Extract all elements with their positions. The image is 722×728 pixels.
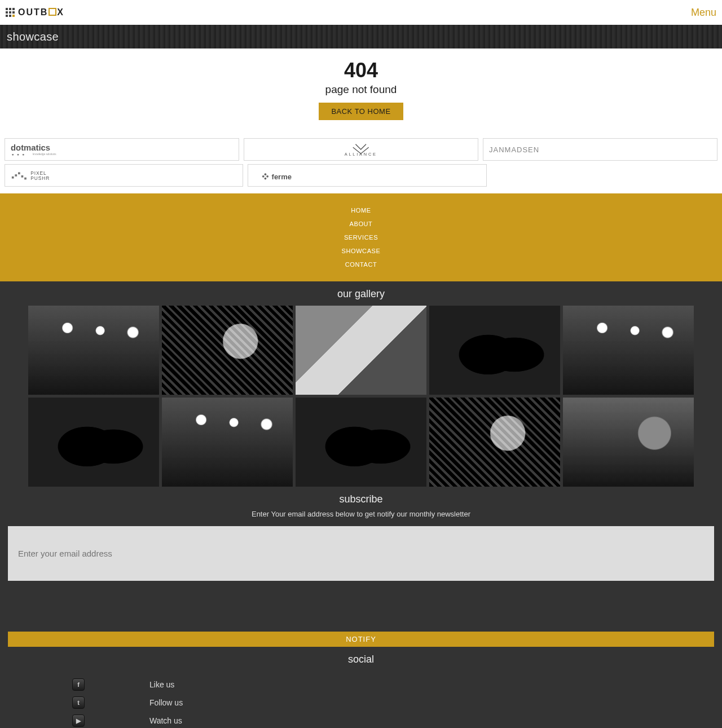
alliance-logo-icon: ALLIANCE bbox=[329, 142, 392, 157]
logo-grid-icon bbox=[6, 8, 15, 17]
brand-text: OUTBX bbox=[18, 7, 64, 17]
social-twitter[interactable]: t Follow us bbox=[72, 694, 722, 712]
gallery-thumb[interactable] bbox=[563, 306, 694, 395]
error-code: 404 bbox=[0, 59, 722, 82]
top-header: OUTBX Menu bbox=[0, 0, 722, 25]
nav-about[interactable]: ABOUT bbox=[0, 217, 722, 231]
svg-text:dotmatics: dotmatics bbox=[11, 143, 50, 152]
nav-home[interactable]: HOME bbox=[0, 204, 722, 217]
svg-rect-6 bbox=[12, 177, 14, 179]
twitter-icon: t bbox=[72, 696, 85, 709]
social-list: f Like us t Follow us ▶ Watch us bbox=[0, 671, 722, 728]
svg-point-2 bbox=[12, 154, 14, 156]
gallery-thumb[interactable] bbox=[429, 306, 560, 395]
social-youtube[interactable]: ▶ Watch us bbox=[72, 712, 722, 728]
gallery-grid bbox=[0, 306, 722, 487]
facebook-icon: f bbox=[72, 678, 85, 691]
page-banner: showcase bbox=[0, 25, 722, 48]
logo-box-icon bbox=[49, 8, 56, 16]
youtube-icon: ▶ bbox=[72, 714, 85, 727]
pixelpushr-logo-icon: PIXELPUSHR bbox=[11, 168, 84, 183]
error-message: page not found bbox=[0, 83, 722, 96]
svg-rect-8 bbox=[18, 172, 20, 174]
social-title: social bbox=[0, 647, 722, 671]
client-card-alliance[interactable]: ALLIANCE bbox=[244, 138, 478, 161]
svg-rect-10 bbox=[24, 178, 27, 180]
social-label: Follow us bbox=[149, 698, 183, 707]
footer-nav: HOME ABOUT SERVICES SHOWCASE CONTACT bbox=[0, 193, 722, 281]
gallery-thumb[interactable] bbox=[162, 398, 293, 487]
svg-point-14 bbox=[262, 175, 265, 178]
back-to-home-button[interactable]: BACK TO HOME bbox=[319, 103, 403, 120]
svg-rect-9 bbox=[21, 175, 24, 178]
svg-point-13 bbox=[265, 173, 267, 175]
svg-point-16 bbox=[265, 178, 267, 180]
social-facebook[interactable]: f Like us bbox=[72, 676, 722, 694]
svg-text:ferme: ferme bbox=[272, 173, 292, 181]
svg-text:PUSHR: PUSHR bbox=[30, 175, 50, 181]
janmadsen-logo-text: JANMADSEN bbox=[489, 145, 539, 154]
gallery-thumb[interactable] bbox=[162, 306, 293, 395]
nav-services[interactable]: SERVICES bbox=[0, 231, 722, 244]
ferme-logo-icon: ferme bbox=[254, 168, 316, 183]
gallery-thumb[interactable] bbox=[429, 398, 560, 487]
gallery-thumb[interactable] bbox=[563, 398, 694, 487]
nav-contact[interactable]: CONTACT bbox=[0, 258, 722, 271]
svg-point-3 bbox=[17, 154, 19, 156]
email-input[interactable] bbox=[8, 526, 714, 581]
menu-toggle[interactable]: Menu bbox=[691, 7, 716, 19]
gallery-thumb[interactable] bbox=[28, 398, 159, 487]
subscribe-desc: Enter Your email address below to get no… bbox=[0, 510, 722, 518]
brand-logo[interactable]: OUTBX bbox=[6, 7, 64, 17]
social-label: Watch us bbox=[149, 716, 182, 725]
social-label: Like us bbox=[149, 680, 174, 689]
client-card-dotmatics[interactable]: dotmaticsknowledge solutions bbox=[5, 138, 239, 161]
gallery-thumb[interactable] bbox=[28, 306, 159, 395]
client-card-pixelpushr[interactable]: PIXELPUSHR bbox=[5, 164, 243, 187]
clients-section: dotmaticsknowledge solutions ALLIANCE JA… bbox=[0, 134, 722, 193]
gallery-thumb[interactable] bbox=[296, 398, 426, 487]
svg-rect-7 bbox=[15, 174, 17, 177]
svg-point-4 bbox=[23, 154, 24, 156]
gallery-thumb[interactable] bbox=[296, 306, 426, 395]
client-card-ferme[interactable]: ferme bbox=[248, 164, 486, 187]
svg-text:knowledge solutions: knowledge solutions bbox=[33, 153, 56, 156]
dark-footer-section: our gallery subscribe Enter Your email a… bbox=[0, 281, 722, 728]
nav-showcase[interactable]: SHOWCASE bbox=[0, 244, 722, 258]
notify-button[interactable]: NOTIFY bbox=[8, 632, 714, 647]
page-title: showcase bbox=[7, 30, 59, 43]
client-card-janmadsen[interactable]: JANMADSEN bbox=[483, 138, 717, 161]
gallery-title: our gallery bbox=[0, 281, 722, 306]
svg-text:ALLIANCE: ALLIANCE bbox=[345, 152, 377, 157]
svg-point-15 bbox=[267, 175, 269, 178]
subscribe-title: subscribe bbox=[0, 487, 722, 511]
dotmatics-logo-icon: dotmaticsknowledge solutions bbox=[11, 142, 84, 157]
error-section: 404 page not found BACK TO HOME bbox=[0, 48, 722, 134]
